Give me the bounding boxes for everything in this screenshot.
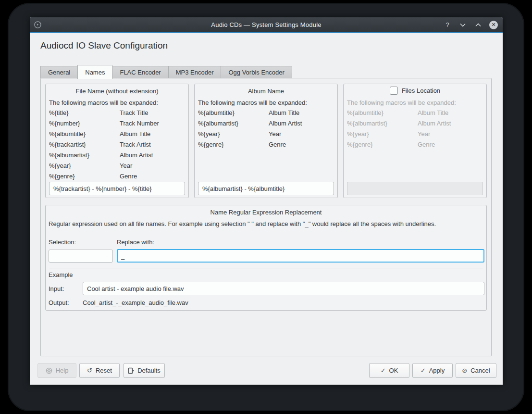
help-icon — [46, 367, 52, 374]
check-icon: ✓ — [381, 367, 386, 374]
macro-row: %{genre}Genre — [49, 171, 188, 182]
macro-row: %{albumartist}Album Artist — [49, 150, 188, 161]
example-label: Example — [49, 271, 73, 278]
macro-row: %{year}Year — [347, 129, 486, 139]
macro-row: %{title}Track Title — [49, 108, 188, 118]
close-button[interactable]: ✕ — [489, 21, 498, 29]
check-icon: ✓ — [421, 367, 426, 374]
file-name-pattern-input[interactable] — [49, 182, 185, 195]
context-help-button[interactable]: ? — [443, 21, 452, 29]
tab-names[interactable]: Names — [77, 65, 112, 79]
file-name-group-title: File Name (without extension) — [46, 84, 188, 95]
page-title: Audiocd IO Slave Configuration — [40, 40, 168, 51]
ok-button[interactable]: ✓ OK — [369, 363, 409, 378]
titlebar[interactable]: Audio CDs — System Settings Module ? ✕ — [30, 17, 503, 32]
macro-row: %{albumtitle}Album Title — [198, 108, 337, 118]
module-content: Audiocd IO Slave Configuration General N… — [30, 33, 503, 385]
files-location-checkbox[interactable] — [390, 87, 398, 95]
reset-button[interactable]: ↺ Reset — [79, 363, 120, 378]
file-name-groupbox: File Name (without extension) The follow… — [45, 84, 189, 198]
selection-label: Selection: — [49, 238, 76, 246]
window-title: Audio CDs — System Settings Module — [30, 21, 503, 28]
album-name-group-title: Album Name — [195, 84, 337, 95]
macro-row: %{year}Year — [198, 129, 337, 139]
files-location-groupbox: Files Location The following macros will… — [343, 84, 487, 198]
example-input-label: Input: — [49, 285, 64, 292]
example-output-value: Cool_artist_-_example_audio_file.wav — [83, 299, 188, 306]
selection-input[interactable] — [49, 250, 113, 263]
macros-note: The following macros will be expanded: — [49, 99, 188, 106]
tab-general[interactable]: General — [40, 66, 77, 78]
undo-icon: ↺ — [87, 367, 92, 374]
example-divider — [49, 268, 483, 268]
macro-row: %{albumartist}Album Artist — [198, 118, 337, 129]
files-location-pattern-input[interactable] — [347, 182, 483, 195]
regex-replacement-groupbox: Name Regular Expression Replacement Regu… — [45, 205, 487, 311]
macro-row: %{albumartist}Album Artist — [347, 118, 486, 129]
cancel-icon: ⊘ — [462, 367, 467, 374]
names-tab-panel: File Name (without extension) The follow… — [40, 78, 492, 356]
example-output-label: Output: — [49, 299, 69, 306]
macro-row: %{genre}Genre — [198, 139, 337, 150]
album-name-groupbox: Album Name The following macros will be … — [194, 84, 338, 198]
macro-row: %{trackartist}Track Artist — [49, 139, 188, 150]
minimize-button[interactable] — [458, 21, 467, 29]
files-location-group-title: Files Location — [402, 87, 440, 94]
macro-row: %{albumtitle}Album Title — [49, 129, 188, 139]
macro-row: %{number}Track Number — [49, 118, 188, 129]
tab-ogg-vorbis-encoder[interactable]: Ogg Vorbis Encoder — [221, 66, 292, 78]
album-name-pattern-input[interactable] — [198, 182, 334, 195]
macro-row: %{genre}Genre — [347, 139, 486, 150]
settings-window: Audio CDs — System Settings Module ? ✕ A… — [30, 17, 503, 385]
macros-note: The following macros will be expanded: — [347, 99, 486, 106]
tab-flac-encoder[interactable]: FLAC Encoder — [112, 66, 168, 78]
help-button[interactable]: Help — [37, 363, 76, 378]
cancel-button[interactable]: ⊘ Cancel — [456, 363, 496, 378]
maximize-button[interactable] — [474, 21, 483, 29]
tab-mp3-encoder[interactable]: MP3 Encoder — [168, 66, 221, 78]
replace-with-input[interactable] — [117, 249, 484, 263]
defaults-icon — [128, 367, 134, 374]
defaults-button[interactable]: Defaults — [124, 363, 165, 378]
macros-note: The following macros will be expanded: — [198, 99, 337, 106]
macro-row: %{year}Year — [49, 161, 188, 171]
example-input[interactable] — [83, 282, 484, 295]
tab-bar: General Names FLAC Encoder MP3 Encoder O… — [40, 65, 292, 78]
macro-row: %{albumtitle}Album Title — [347, 108, 486, 118]
apply-button[interactable]: ✓ Apply — [412, 363, 453, 378]
replace-with-label: Replace with: — [117, 238, 154, 246]
regex-group-title: Name Regular Expression Replacement — [46, 205, 486, 216]
regex-description: Regular expression used on all file name… — [49, 220, 483, 227]
